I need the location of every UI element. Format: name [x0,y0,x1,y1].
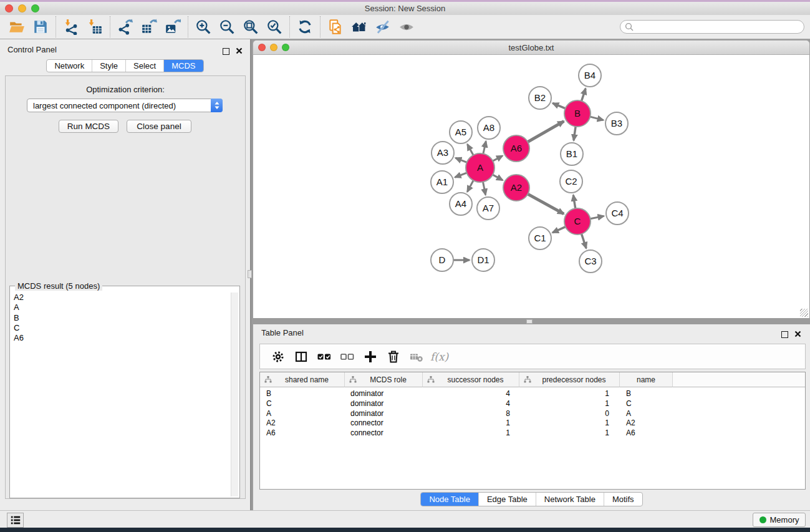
select-all-checkboxes-icon[interactable] [312,347,335,366]
result-list-item[interactable]: A [11,302,231,312]
export-network-icon[interactable] [113,16,137,37]
edge-A-A7[interactable] [483,182,486,195]
node-A4[interactable]: A4 [450,193,472,215]
clone-network-icon[interactable] [324,16,347,37]
node-D[interactable]: D [431,249,453,271]
zoom-out-icon[interactable] [215,16,239,37]
edge-A-A3[interactable] [455,158,466,162]
horizontal-splitter-grip[interactable] [526,319,533,324]
export-table-icon[interactable] [137,16,161,37]
node-C4[interactable]: C4 [606,202,629,225]
export-image-icon[interactable] [161,16,185,37]
edge-C-C4[interactable] [591,216,604,218]
add-column-icon[interactable] [359,347,382,366]
deselect-all-checkboxes-icon[interactable] [335,347,359,366]
delete-table-icon[interactable] [405,347,428,366]
node-A5[interactable]: A5 [450,121,472,143]
result-scrollbar[interactable] [231,293,238,496]
save-session-icon[interactable] [29,16,52,37]
edge-C-C1[interactable] [552,227,566,233]
table-row[interactable]: A2connector11A2 [260,418,805,428]
node-A2[interactable]: A2 [503,175,529,201]
node-A6[interactable]: A6 [503,135,529,162]
float-panel-icon[interactable] [223,48,229,55]
edge-B-B1[interactable] [574,127,576,140]
table-row[interactable]: Adominator80A [260,409,805,419]
tab-edge-table[interactable]: Edge Table [478,493,536,506]
show-column-panel-icon[interactable] [289,347,312,366]
node-A7[interactable]: A7 [477,197,499,220]
node-A8[interactable]: A8 [478,117,500,139]
zoom-in-icon[interactable] [191,16,215,37]
eye-slash-icon[interactable] [371,16,395,37]
column-header-mcds-role[interactable]: MCDS role [345,372,423,387]
node-B3[interactable]: B3 [605,112,628,135]
task-history-button[interactable] [7,513,24,528]
float-panel-icon[interactable] [781,331,788,338]
tab-network[interactable]: Network [47,60,92,72]
node-A1[interactable]: A1 [431,171,453,193]
node-A[interactable]: A [466,153,494,182]
edge-C-C2[interactable] [573,195,575,209]
table-row[interactable]: Cdominator41C [260,399,805,409]
close-panel-icon[interactable] [794,329,801,340]
edge-A-A5[interactable] [468,144,474,155]
network-canvas[interactable]: B4B2BB3A8A5A6A3B1AC2A1A2A4A7C4CC1C3DD1 [253,55,810,319]
tab-network-table[interactable]: Network Table [536,493,604,506]
zoom-selected-icon[interactable] [263,16,286,37]
table-row[interactable]: Bdominator41B [260,389,805,399]
column-header-shared-name[interactable]: shared name [260,372,345,387]
import-network-icon[interactable] [59,16,83,37]
delete-columns-icon[interactable] [382,347,405,366]
tab-motifs[interactable]: Motifs [604,493,642,506]
criterion-select[interactable]: largest connected component (directed) [27,99,223,112]
edge-A-A4[interactable] [467,180,473,191]
open-session-icon[interactable] [5,16,29,37]
vertical-splitter-grip[interactable] [248,270,252,278]
tab-node-table[interactable]: Node Table [421,493,478,506]
tab-mcds[interactable]: MCDS [163,60,203,72]
node-A3[interactable]: A3 [432,142,454,164]
result-list-item[interactable]: B [11,313,231,323]
column-header-successor-nodes[interactable]: successor nodes [423,372,519,387]
edge-C-C3[interactable] [582,234,587,248]
import-table-icon[interactable] [83,16,107,37]
node-D1[interactable]: D1 [472,249,494,271]
edge-B-B4[interactable] [582,89,586,101]
node-B2[interactable]: B2 [529,87,551,109]
zoom-fit-icon[interactable] [239,16,263,37]
node-C[interactable]: C [564,208,591,235]
settings-gear-icon[interactable] [266,347,289,366]
column-header-predecessor-nodes[interactable]: predecessor nodes [519,372,620,387]
node-B1[interactable]: B1 [561,143,583,165]
table-row[interactable]: A6connector11A6 [260,428,805,438]
edge-B-B3[interactable] [590,117,603,120]
edge-A-A2[interactable] [493,175,503,180]
eye-icon[interactable] [395,16,418,37]
edge-A-A1[interactable] [455,173,467,177]
window-resize-grip[interactable] [800,309,808,317]
refresh-layout-icon[interactable] [293,16,317,37]
node-C3[interactable]: C3 [579,250,602,273]
node-C1[interactable]: C1 [529,227,551,249]
edge-A-A6[interactable] [493,156,503,161]
close-panel-button[interactable]: Close panel [127,120,191,133]
column-header-name[interactable]: name [620,372,673,387]
tab-style[interactable]: Style [92,60,125,72]
edge-A2-C[interactable] [528,194,564,214]
edge-A-A8[interactable] [483,141,486,153]
memory-button[interactable]: Memory [753,513,806,527]
result-list-item[interactable]: C [11,323,231,333]
node-B4[interactable]: B4 [579,64,601,87]
result-list-item[interactable]: A2 [11,293,231,302]
result-list-item[interactable]: A6 [11,333,231,343]
run-mcds-button[interactable]: Run MCDS [59,120,118,133]
node-B[interactable]: B [564,100,591,127]
homes-icon[interactable] [347,16,371,37]
edge-A6-B[interactable] [528,121,564,142]
node-C2[interactable]: C2 [560,170,582,193]
network-graph[interactable]: B4B2BB3A8A5A6A3B1AC2A1A2A4A7C4CC1C3DD1 [253,55,809,317]
tab-select[interactable]: Select [125,60,163,72]
search-input[interactable] [620,20,804,34]
network-window-titlebar[interactable]: testGlobe.txt [253,40,810,55]
